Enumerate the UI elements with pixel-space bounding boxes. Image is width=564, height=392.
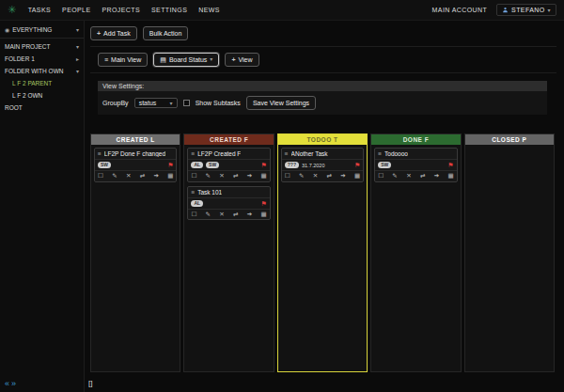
collapse-right-icon[interactable]: » [11, 380, 16, 388]
delete-icon[interactable]: ✕ [313, 173, 318, 180]
calendar-icon[interactable]: ▦ [261, 173, 267, 180]
edit-icon[interactable]: ✎ [206, 212, 211, 218]
topnav-right: MAIN ACCOUNT STEFANO ▾ [432, 4, 556, 16]
calendar-icon[interactable]: ▦ [354, 173, 360, 180]
delete-icon[interactable]: ✕ [126, 173, 131, 180]
delete-icon[interactable]: ✕ [219, 173, 224, 180]
delete-icon[interactable]: ✕ [219, 212, 224, 218]
checkbox-icon[interactable]: ☐ [285, 173, 290, 180]
task-card[interactable]: ≡LF2P Done F changedSW⚑☐✎✕⇄➔▦ [94, 148, 177, 182]
card-title-row: ≡Todoooo [375, 149, 456, 159]
forward-icon[interactable]: ➔ [153, 173, 158, 180]
sidebar-item-label: FOLDER WITH OWN [5, 68, 63, 74]
nav-projects[interactable]: PROJECTS [102, 7, 140, 13]
add-view-button[interactable]: + View [225, 53, 258, 67]
column-header[interactable]: CREATED F [184, 134, 273, 145]
column-body [465, 145, 554, 371]
assignee-badge[interactable]: AL [191, 200, 203, 207]
forward-icon[interactable]: ➔ [247, 173, 252, 180]
sidebar-item-lf2own[interactable]: L F 2 OWN [0, 89, 84, 102]
assignee-badge[interactable]: SW [378, 162, 391, 168]
show-subtasks-checkbox[interactable] [183, 100, 190, 106]
checkbox-icon[interactable]: ☐ [378, 173, 384, 180]
drag-handle-icon[interactable]: ≡ [191, 150, 195, 157]
flag-icon[interactable]: ⚑ [261, 162, 267, 168]
swap-icon[interactable]: ⇄ [233, 212, 238, 218]
nav-people[interactable]: PEOPLE [62, 7, 90, 13]
column-header[interactable]: TODOO T [278, 134, 367, 145]
calendar-icon[interactable]: ▦ [167, 173, 173, 180]
app-logo-icon[interactable]: ✳ [8, 5, 17, 15]
sidebar-item-lf2parent[interactable]: L F 2 PARENT [0, 77, 84, 89]
assignee-badge[interactable]: SW [206, 162, 219, 168]
tab-board-status[interactable]: ▤ Board Status ▾ [153, 53, 219, 67]
add-task-button[interactable]: + Add Task [90, 26, 137, 40]
flag-icon[interactable]: ⚑ [447, 162, 453, 168]
task-card[interactable]: ≡TodooooSW⚑☐✎✕⇄➔▦ [374, 148, 457, 182]
tab-main-view[interactable]: ≡ Main View [98, 53, 148, 67]
checkbox-icon[interactable]: ☐ [98, 173, 103, 180]
flag-icon[interactable]: ⚑ [354, 162, 360, 168]
collapse-left-icon[interactable]: « [5, 380, 9, 388]
column-header[interactable]: DONE F [371, 134, 460, 145]
checkbox-icon[interactable]: ☐ [191, 173, 196, 180]
card-actions-row: ☐✎✕⇄➔▦ [375, 170, 456, 181]
swap-icon[interactable]: ⇄ [326, 173, 331, 180]
swap-icon[interactable]: ⇄ [420, 173, 425, 180]
groupby-select[interactable]: status ▾ [134, 98, 178, 108]
chevron-right-icon: ▸ [76, 55, 79, 62]
sidebar-item-folder1[interactable]: FOLDER 1 ▸ [0, 53, 84, 65]
board: CREATED L≡LF2P Done F changedSW⚑☐✎✕⇄➔▦CR… [90, 133, 555, 372]
sidebar-item-everything[interactable]: ◉ EVERYTHING ▾ [0, 24, 84, 36]
nav-news[interactable]: NEWS [198, 7, 220, 13]
nav-settings[interactable]: SETTINGS [151, 7, 187, 13]
sidebar-footer: « » [5, 380, 16, 388]
forward-icon[interactable]: ➔ [247, 212, 252, 218]
column-header[interactable]: CLOSED P [465, 134, 554, 145]
edit-icon[interactable]: ✎ [112, 173, 117, 180]
calendar-icon[interactable]: ▦ [261, 212, 267, 218]
sidebar-item-label: EVERYTHING [12, 26, 52, 33]
task-card[interactable]: ≡Task 101AL⚑☐✎✕⇄➔▦ [187, 186, 270, 221]
edit-icon[interactable]: ✎ [392, 173, 397, 180]
user-menu[interactable]: STEFANO ▾ [496, 4, 556, 16]
calendar-icon[interactable]: ▦ [447, 173, 453, 180]
checkbox-icon[interactable]: ☐ [191, 212, 196, 218]
bulk-action-button[interactable]: Bulk Action [143, 26, 189, 40]
column-header[interactable]: CREATED L [91, 134, 180, 145]
drag-handle-icon[interactable]: ≡ [191, 189, 195, 196]
nav-tasks[interactable]: TASKS [28, 7, 51, 13]
edit-icon[interactable]: ✎ [299, 173, 304, 180]
flag-icon[interactable]: ⚑ [261, 200, 267, 207]
sidebar-item-root[interactable]: ROOT [0, 102, 84, 114]
add-task-label: Add Task [103, 29, 131, 38]
add-view-label: View [238, 55, 252, 64]
drag-handle-icon[interactable]: ≡ [98, 150, 102, 157]
save-view-settings-button[interactable]: Save View Settings [246, 96, 316, 110]
sidebar-item-folder-with-own[interactable]: FOLDER WITH OWN ▾ [0, 65, 84, 77]
drag-handle-icon[interactable]: ≡ [285, 150, 289, 157]
edit-icon[interactable]: ✎ [206, 173, 211, 180]
drag-handle-icon[interactable]: ≡ [378, 150, 382, 157]
forward-icon[interactable]: ➔ [340, 173, 345, 180]
chevron-down-icon: ▾ [210, 56, 212, 64]
sidebar-item-main-project[interactable]: MAIN PROJECT ▾ [0, 40, 84, 53]
delete-icon[interactable]: ✕ [406, 173, 411, 180]
assignee-badge[interactable]: AL [191, 162, 203, 168]
swap-icon[interactable]: ⇄ [140, 173, 145, 180]
save-view-settings-label: Save View Settings [253, 99, 309, 107]
sidebar-item-label: MAIN PROJECT [5, 43, 50, 50]
task-card[interactable]: ≡LF2P Created FALSW⚑☐✎✕⇄➔▦ [187, 148, 270, 182]
assignee-badge[interactable]: SW [98, 162, 111, 168]
forward-icon[interactable]: ➔ [434, 173, 439, 180]
card-title: LF2P Created F [197, 150, 241, 157]
card-meta-row: SW⚑ [375, 159, 456, 170]
assignee-badge[interactable]: ??? [285, 162, 299, 168]
account-menu[interactable]: MAIN ACCOUNT [432, 7, 487, 13]
task-card[interactable]: ≡ANother Task???31.7.2020⚑☐✎✕⇄➔▦ [281, 148, 364, 182]
card-actions-row: ☐✎✕⇄➔▦ [282, 170, 363, 181]
swap-icon[interactable]: ⇄ [233, 173, 238, 180]
view-settings-title: View Settings: [98, 81, 547, 91]
flag-icon[interactable]: ⚑ [167, 162, 173, 168]
board-column: CREATED F≡LF2P Created FALSW⚑☐✎✕⇄➔▦≡Task… [183, 133, 274, 372]
